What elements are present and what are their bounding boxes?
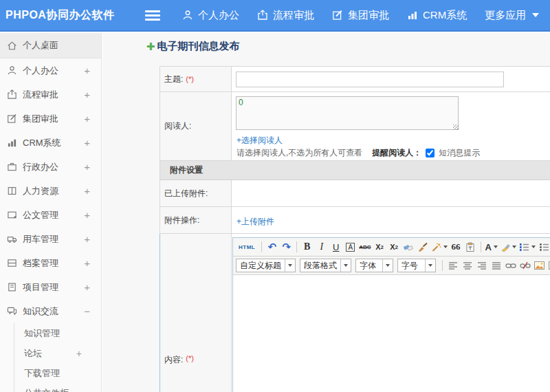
expand-toggle[interactable]: + [84,89,90,100]
redo-button[interactable]: ↷ [280,240,293,254]
sidebar-item-label: 个人桌面 [23,39,58,52]
bullet-list-button[interactable] [538,240,550,254]
paste-as-text-button[interactable] [464,240,477,254]
plus-icon: ✚ [146,41,155,53]
font-style-button[interactable]: A [344,240,357,254]
rich-text-editor: HTML ↶ ↷ B I U A ABC X2 X2 [232,237,550,392]
undo-button[interactable]: ↶ [265,240,278,254]
sidebar-item-knowledge-exchange[interactable]: 知识交流 − [0,299,101,323]
sidebar-item-group-approval[interactable]: 集团审批 + [0,107,101,131]
autoformat-wand-button[interactable] [431,240,448,254]
subject-input[interactable] [236,72,504,87]
edit-icon [6,113,17,124]
sidebar-item-desktop[interactable]: 个人桌面 [0,33,101,58]
folder-doc-icon [6,210,17,221]
sidebar-item-archive-mgmt[interactable]: 档案管理 + [0,251,101,275]
briefcase-icon [6,162,17,173]
expand-toggle[interactable]: + [84,257,90,269]
eraser-button[interactable] [402,240,415,254]
sidebar-subitem-knowledge-mgmt[interactable]: 知识管理 [14,323,101,343]
insert-image-button[interactable] [533,259,546,272]
subscript-button[interactable]: X2 [388,240,401,254]
expand-toggle[interactable]: + [84,65,90,76]
highlight-color-button[interactable] [500,240,517,254]
bold-button[interactable]: B [300,240,314,254]
sidebar-item-hr[interactable]: 人力资源 + [0,179,101,203]
bar-chart-icon [6,138,17,149]
chevron-down-icon [382,259,393,272]
sms-notify-label: 短消息提示 [439,147,480,159]
nav-more-apps[interactable]: 更多应用 [485,9,539,22]
nav-group-approval[interactable]: 集团审批 [332,9,389,22]
chevron-down-icon [425,259,435,272]
align-right-button[interactable] [475,259,488,272]
style-select[interactable]: 自定义标题 [236,259,296,272]
sidebar-item-project-mgmt[interactable]: 项目管理 + [0,275,101,299]
editor-toolbar-row1: HTML ↶ ↷ B I U A ABC X2 X2 [233,238,550,257]
html-source-button[interactable]: HTML [236,240,258,254]
insert-media-button[interactable] [547,259,550,272]
expand-toggle[interactable]: + [84,185,90,197]
nav-label: 集团审批 [348,9,389,22]
sidebar-subitem-label: 论坛 [24,347,42,360]
expand-toggle[interactable]: + [76,348,82,359]
nav-workflow-approval[interactable]: 流程审批 [257,9,314,22]
readers-label: 阅读人: [160,92,232,160]
chevron-down-icon [531,246,536,248]
ordered-list-button[interactable] [518,240,536,254]
sidebar-item-personal-office[interactable]: 个人办公 + [0,58,101,83]
select-readers-link[interactable]: +选择阅读人 [236,135,283,146]
sidebar-subitem-download-mgmt[interactable]: 下载管理 [14,363,101,383]
sidebar-item-workflow-approval[interactable]: 流程审批 + [0,83,101,107]
sidebar-item-document-mgmt[interactable]: 公文管理 + [0,203,101,227]
sms-notify-checkbox[interactable] [426,149,434,157]
expand-toggle[interactable]: + [84,113,90,124]
expand-toggle[interactable]: + [84,209,90,221]
font-size-select[interactable]: 字号 [397,259,436,272]
nav-label: 流程审批 [273,9,314,22]
italic-button[interactable]: I [315,240,328,254]
sidebar-subitem-forum[interactable]: 论坛 + [14,343,101,363]
app-title: PHPOA协同办公软件 [6,8,140,23]
strikethrough-button[interactable]: ABC [358,240,371,254]
remove-link-button[interactable] [518,259,531,272]
chat-bubbles-icon [6,306,17,317]
knowledge-submenu: 知识管理 论坛 + 下载管理 公共文件柜 [14,323,101,392]
upload-attachment-link[interactable]: +上传附件 [236,216,274,228]
sidebar-item-crm[interactable]: CRM系统 + [0,131,101,155]
insert-link-button[interactable] [504,259,517,272]
sidebar-item-label: 项目管理 [23,281,58,294]
font-family-select[interactable]: 字体 [355,259,393,272]
chevron-down-icon [340,259,351,272]
sidebar-subitem-public-cabinet[interactable]: 公共文件柜 [14,383,101,392]
subject-label: 主题: (*) [160,67,232,91]
nav-crm-system[interactable]: CRM系统 [407,9,467,22]
superscript-button[interactable]: X2 [373,240,386,254]
sidebar-item-admin-office[interactable]: 行政办公 + [0,155,101,179]
hamburger-menu-icon[interactable] [145,10,160,21]
expand-toggle[interactable]: + [84,281,90,293]
sidebar: 个人桌面 个人办公 + 流程审批 + 集团审批 + CRM系统 + 行政办公 [0,33,102,392]
readers-textarea[interactable]: 0 [236,96,459,130]
blockquote-button[interactable]: 66 [450,240,463,254]
font-color-button[interactable]: A [485,240,498,254]
paragraph-format-select[interactable]: 段落格式 [300,259,351,272]
collapse-toggle[interactable]: − [84,305,90,317]
top-nav: 个人办公 流程审批 集团审批 CRM系统 更多应用 [182,9,539,22]
expand-toggle[interactable]: + [84,161,90,173]
editor-content-area[interactable] [233,275,550,392]
required-mark: (*) [186,75,194,83]
align-justify-button[interactable] [490,259,503,272]
form-row-content: 内容: (*) HTML ↶ ↷ B I U A [160,234,550,392]
form-row-uploaded-attachments: 已上传附件: [160,180,550,207]
edit-icon [332,10,343,21]
underline-button[interactable]: U [329,240,342,254]
expand-toggle[interactable]: + [84,233,90,245]
nav-personal-office[interactable]: 个人办公 [182,9,239,22]
editor-toolbar-row2: 自定义标题 段落格式 字体 字号 [233,257,550,275]
expand-toggle[interactable]: + [84,137,90,149]
format-brush-button[interactable] [417,240,430,254]
align-left-button[interactable] [446,259,459,272]
sidebar-item-vehicle-mgmt[interactable]: 用车管理 + [0,227,101,251]
align-center-button[interactable] [461,259,474,272]
